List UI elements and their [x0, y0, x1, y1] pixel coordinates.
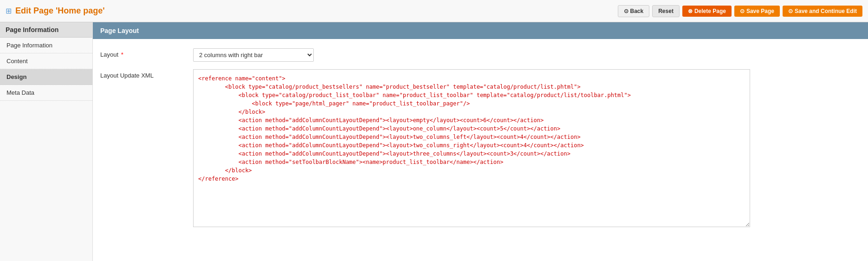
sidebar-item-design[interactable]: Design [0, 69, 92, 85]
delete-icon: ⊗ [688, 8, 693, 14]
xml-textarea[interactable] [193, 69, 750, 227]
sidebar-title: Page Information [0, 22, 92, 38]
save-continue-button[interactable]: ⊙ Save and Continue Edit [783, 6, 862, 17]
back-label: Back [630, 8, 644, 14]
reset-button[interactable]: Reset [652, 5, 680, 17]
grid-icon: ⊞ [6, 7, 12, 15]
reset-label: Reset [658, 8, 674, 14]
layout-control: Empty 1 column 2 columns with left bar 2… [193, 48, 861, 62]
save-button[interactable]: ⊙ Save Page [734, 6, 780, 17]
main-content: Page Layout Layout * Empty 1 column 2 co… [93, 22, 868, 261]
layout-row: Layout * Empty 1 column 2 columns with l… [100, 48, 861, 62]
section-header: Page Layout [93, 22, 868, 39]
xml-row: Layout Update XML [100, 69, 861, 228]
layout-select[interactable]: Empty 1 column 2 columns with left bar 2… [193, 48, 314, 62]
section-title: Page Layout [100, 27, 139, 34]
back-button[interactable]: ⊙ Back [618, 5, 650, 17]
page-title: Edit Page 'Home page' [15, 6, 105, 16]
delete-button[interactable]: ⊗ Delete Page [682, 6, 732, 17]
save-continue-label: Save and Continue Edit [795, 8, 857, 14]
layout-label: Layout * [100, 48, 193, 58]
required-star: * [121, 51, 123, 58]
page-header: ⊞ Edit Page 'Home page' ⊙ Back Reset ⊗ D… [0, 0, 868, 22]
save-label: Save Page [746, 8, 774, 14]
sidebar-item-content-label: Content [6, 58, 28, 65]
xml-label: Layout Update XML [100, 69, 193, 79]
header-buttons: ⊙ Back Reset ⊗ Delete Page ⊙ Save Page ⊙… [618, 5, 862, 17]
sidebar-item-design-label: Design [6, 73, 26, 80]
delete-label: Delete Page [694, 8, 726, 14]
sidebar-item-content[interactable]: Content [0, 53, 92, 69]
sidebar-item-meta-data[interactable]: Meta Data [0, 85, 92, 101]
content-area: Page Information Page Information Conten… [0, 22, 868, 261]
sidebar-item-page-information-label: Page Information [6, 42, 52, 49]
save-continue-icon: ⊙ [788, 8, 793, 14]
save-icon: ⊙ [740, 8, 745, 14]
sidebar: Page Information Page Information Conten… [0, 22, 93, 261]
xml-control [193, 69, 861, 228]
header-left: ⊞ Edit Page 'Home page' [6, 6, 105, 16]
sidebar-item-page-information[interactable]: Page Information [0, 38, 92, 53]
sidebar-item-meta-data-label: Meta Data [6, 89, 34, 96]
section-body: Layout * Empty 1 column 2 columns with l… [93, 39, 868, 245]
back-icon: ⊙ [624, 8, 628, 14]
